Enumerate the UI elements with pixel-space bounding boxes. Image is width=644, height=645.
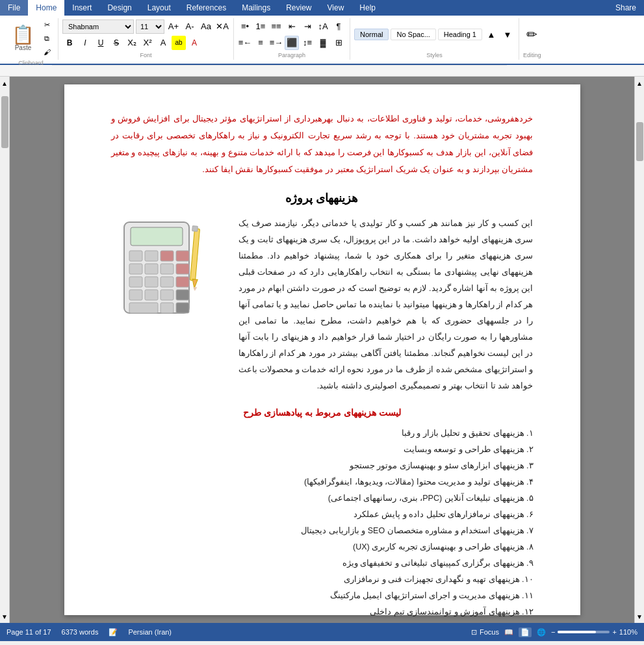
- zoom-level[interactable]: 110%: [619, 628, 638, 636]
- svg-rect-16: [145, 290, 158, 300]
- menu-home[interactable]: Home: [28, 0, 64, 16]
- svg-rect-11: [129, 277, 142, 287]
- scroll-up-button[interactable]: ▲: [1, 77, 9, 90]
- svg-rect-7: [129, 264, 142, 274]
- svg-rect-15: [129, 290, 142, 300]
- list-item: ۱۰. هزینههای تهیه و نگهداری تجهیزات فنی …: [111, 572, 534, 588]
- svg-rect-6: [176, 251, 189, 261]
- menu-design[interactable]: Design: [99, 0, 139, 16]
- share-button[interactable]: Share: [608, 0, 644, 16]
- svg-rect-18: [176, 290, 189, 300]
- format-painter-button[interactable]: 🖌: [40, 45, 54, 58]
- language-info[interactable]: Persian (Iran): [128, 628, 172, 636]
- zoom-plus[interactable]: +: [612, 628, 616, 636]
- zoom-minus[interactable]: −: [551, 628, 555, 636]
- menu-references[interactable]: References: [179, 0, 234, 16]
- svg-rect-3: [129, 251, 142, 261]
- list-item: ۴. هزینههای تولید و مدیریت محتوا (مقالات…: [111, 474, 534, 490]
- bold-button[interactable]: B: [62, 36, 77, 50]
- italic-button[interactable]: I: [78, 36, 92, 50]
- section-title: هزینههای پروژه: [111, 191, 534, 205]
- focus-icon: ⊡: [471, 628, 477, 637]
- menu-layout[interactable]: Layout: [140, 0, 179, 16]
- decrease-indent-button[interactable]: ⇤: [285, 19, 299, 34]
- borders-button[interactable]: ⊞: [331, 36, 346, 50]
- zoom-control[interactable]: − + 110%: [551, 628, 638, 636]
- view-read-button[interactable]: 📖: [504, 628, 513, 637]
- text-highlight-button[interactable]: ab: [172, 36, 186, 50]
- scroll-down-button[interactable]: ▼: [1, 610, 9, 623]
- align-right-button[interactable]: ≡→: [269, 36, 283, 50]
- list-item: ۱۲. هزینههای آموزش و توانمندسازی تیم داخ…: [111, 604, 534, 620]
- shrink-font-button[interactable]: A-: [183, 19, 197, 34]
- svg-rect-13: [161, 277, 174, 287]
- list-item: ۱۱. هزینههای مدیریت و اجرای استراتژیهای …: [111, 588, 534, 604]
- vertical-scrollbar-right[interactable]: ▲ ▼: [634, 77, 644, 623]
- style-normal[interactable]: Normal: [354, 29, 389, 40]
- menu-file[interactable]: File: [0, 0, 28, 16]
- justify-button[interactable]: ⬛: [285, 36, 299, 50]
- font-group: Shabnam 11 A+ A- Aa ✕A B I U S̶ X₂ X² A …: [58, 18, 234, 60]
- paragraph-group: ≡• 1≡ ≡≡ ⇤ ⇥ ↕A ¶ ≡← ≡ ≡→ ⬛ ↕≡ ▓ ⊞ Parag…: [234, 18, 350, 60]
- cost-list: ۱. هزینههای تحقیق و تحلیل بازار و رقبا ۲…: [111, 425, 534, 620]
- strikethrough-button[interactable]: S̶: [109, 36, 123, 50]
- editing-label: Editing: [523, 52, 541, 58]
- numbering-button[interactable]: 1≡: [253, 19, 268, 34]
- line-spacing-button[interactable]: ↕≡: [300, 36, 315, 50]
- sort-button[interactable]: ↕A: [316, 19, 330, 34]
- svg-rect-10: [176, 264, 189, 274]
- copy-button[interactable]: ⧉: [40, 32, 54, 45]
- bullets-button[interactable]: ≡•: [238, 19, 252, 34]
- multilevel-list-button[interactable]: ≡≡: [269, 19, 283, 34]
- superscript-button[interactable]: X²: [140, 36, 155, 50]
- status-bar: Page 11 of 17 6373 words 📝 Persian (Iran…: [0, 623, 644, 641]
- scrollbar-thumb-right[interactable]: [636, 122, 643, 161]
- subscript-button[interactable]: X₂: [125, 36, 139, 50]
- cut-button[interactable]: ✂: [40, 18, 54, 31]
- font-color-button[interactable]: A: [187, 36, 201, 50]
- menu-review[interactable]: Review: [278, 0, 319, 16]
- menu-view[interactable]: View: [320, 0, 352, 16]
- style-no-spacing[interactable]: No Spac...: [391, 29, 435, 40]
- align-center-button[interactable]: ≡: [253, 36, 268, 50]
- grow-font-button[interactable]: A+: [166, 19, 181, 34]
- view-print-button[interactable]: 📄: [519, 627, 532, 637]
- font-size-select[interactable]: 11: [136, 19, 164, 34]
- align-left-button[interactable]: ≡←: [238, 36, 252, 50]
- ruler[interactable]: [0, 65, 644, 77]
- paragraph-label: Paragraph: [238, 52, 346, 58]
- text-effects-button[interactable]: A: [156, 36, 170, 50]
- proofing-icon: 📝: [109, 628, 118, 637]
- zoom-slider[interactable]: [558, 631, 610, 633]
- menu-help[interactable]: Help: [352, 0, 383, 16]
- show-marks-button[interactable]: ¶: [331, 19, 346, 34]
- list-item: ۹. هزینههای برگزاری کمپینهای تبلیغاتی و …: [111, 555, 534, 572]
- styles-scroll-up[interactable]: ▲: [484, 27, 498, 42]
- view-web-button[interactable]: 🌐: [537, 628, 546, 637]
- scroll-down-right[interactable]: ▼: [636, 610, 644, 623]
- vertical-scrollbar-left[interactable]: ▲ ▼: [0, 77, 10, 623]
- style-heading1[interactable]: Heading 1: [438, 29, 482, 40]
- svg-rect-4: [145, 251, 158, 261]
- style-heading1-label: Heading 1: [444, 31, 476, 38]
- calculator-illustration: [111, 216, 228, 394]
- font-family-select[interactable]: Shabnam: [62, 19, 134, 34]
- change-case-button[interactable]: Aa: [199, 19, 213, 34]
- menu-mailings[interactable]: Mailings: [234, 0, 278, 16]
- menu-insert[interactable]: Insert: [64, 0, 99, 16]
- document-area[interactable]: ▲ ▼ خردهفروشی، خدمات، تولید و فناوری اطل…: [0, 77, 644, 623]
- underline-button[interactable]: U: [94, 36, 108, 50]
- svg-marker-24: [192, 287, 197, 292]
- clear-format-button[interactable]: ✕A: [215, 19, 229, 34]
- list-title: لیست هزینههای مربوط به پیادهسازی طرح: [111, 407, 534, 418]
- paste-button[interactable]: 📋 Paste: [8, 25, 38, 53]
- increase-indent-button[interactable]: ⇥: [300, 19, 315, 34]
- scrollbar-thumb[interactable]: [1, 96, 8, 148]
- shading-button[interactable]: ▓: [316, 36, 330, 50]
- style-nospace-label: No Spac...: [396, 31, 430, 38]
- styles-scroll-down[interactable]: ▼: [500, 27, 515, 42]
- svg-rect-12: [145, 277, 158, 287]
- scroll-up-right[interactable]: ▲: [636, 77, 644, 90]
- focus-button[interactable]: ⊡ Focus: [471, 628, 499, 637]
- editing-group[interactable]: ✏ Editing: [519, 18, 545, 60]
